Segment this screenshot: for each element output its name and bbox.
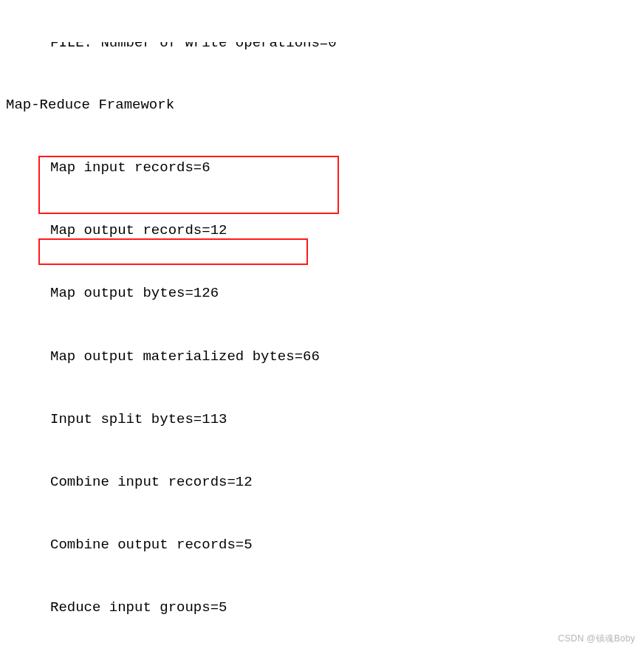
log-line-truncated: FILE: Number of write operations=0	[0, 42, 644, 52]
log-line: Input split bytes=113	[0, 409, 644, 430]
log-line: Reduce input groups=5	[0, 597, 644, 618]
log-line: Map output materialized bytes=66	[0, 346, 644, 367]
log-line: Combine output records=5	[0, 534, 644, 555]
log-line: Map input records=6	[0, 157, 644, 178]
log-line: Map output bytes=126	[0, 283, 644, 303]
log-line: Map output records=12	[0, 220, 644, 241]
log-output: FILE: Number of write operations=0 Map-R…	[0, 0, 644, 651]
section-header-mapreduce: Map-Reduce Framework	[0, 94, 644, 115]
log-line: Combine input records=12	[0, 472, 644, 492]
watermark: CSDN @镇魂Boby	[558, 633, 635, 645]
